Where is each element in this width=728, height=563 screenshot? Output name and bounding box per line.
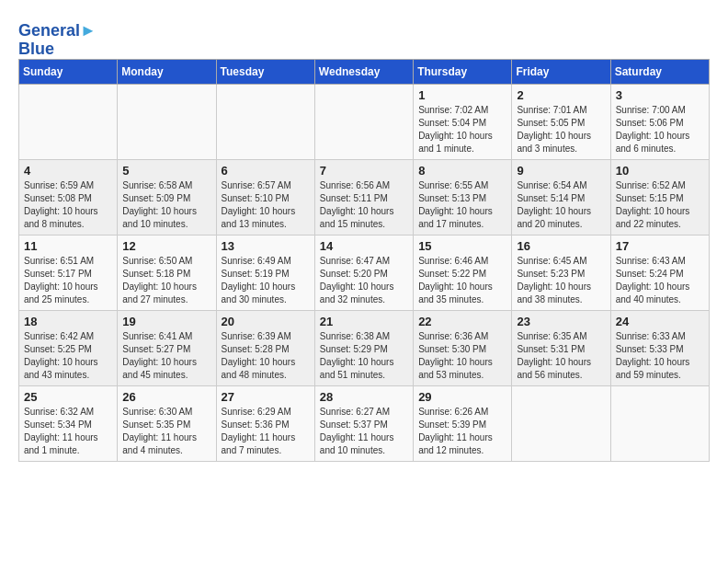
day-info: Sunrise: 7:01 AM Sunset: 5:05 PM Dayligh… xyxy=(517,104,605,155)
day-number: 13 xyxy=(222,239,310,253)
day-info: Sunrise: 6:30 AM Sunset: 5:35 PM Dayligh… xyxy=(122,406,210,457)
day-info: Sunrise: 6:55 AM Sunset: 5:13 PM Dayligh… xyxy=(418,179,506,231)
day-info: Sunrise: 6:33 AM Sunset: 5:33 PM Dayligh… xyxy=(616,330,704,382)
day-number: 26 xyxy=(122,390,210,404)
day-info: Sunrise: 6:36 AM Sunset: 5:30 PM Dayligh… xyxy=(418,330,506,382)
day-number: 18 xyxy=(24,315,112,328)
calendar-cell: 11Sunrise: 6:51 AM Sunset: 5:17 PM Dayli… xyxy=(19,235,118,310)
day-info: Sunrise: 6:51 AM Sunset: 5:17 PM Dayligh… xyxy=(24,255,112,306)
day-number: 19 xyxy=(122,315,210,328)
day-info: Sunrise: 7:00 AM Sunset: 5:06 PM Dayligh… xyxy=(616,104,704,155)
day-info: Sunrise: 6:46 AM Sunset: 5:22 PM Dayligh… xyxy=(418,255,506,306)
day-number: 23 xyxy=(517,315,605,328)
day-info: Sunrise: 6:59 AM Sunset: 5:08 PM Dayligh… xyxy=(24,179,112,231)
day-info: Sunrise: 6:42 AM Sunset: 5:25 PM Dayligh… xyxy=(24,330,112,382)
calendar-cell xyxy=(19,84,118,159)
calendar-cell: 28Sunrise: 6:27 AM Sunset: 5:37 PM Dayli… xyxy=(314,385,413,461)
calendar-cell: 8Sunrise: 6:55 AM Sunset: 5:13 PM Daylig… xyxy=(414,159,512,235)
calendar-week-2: 4Sunrise: 6:59 AM Sunset: 5:08 PM Daylig… xyxy=(19,159,710,235)
calendar-cell: 19Sunrise: 6:41 AM Sunset: 5:27 PM Dayli… xyxy=(118,310,216,385)
day-number: 15 xyxy=(418,239,506,253)
day-info: Sunrise: 6:52 AM Sunset: 5:15 PM Dayligh… xyxy=(616,179,704,231)
day-info: Sunrise: 6:32 AM Sunset: 5:34 PM Dayligh… xyxy=(24,406,112,457)
calendar-cell: 21Sunrise: 6:38 AM Sunset: 5:29 PM Dayli… xyxy=(314,310,413,385)
day-info: Sunrise: 6:26 AM Sunset: 5:39 PM Dayligh… xyxy=(418,406,506,457)
calendar-cell: 22Sunrise: 6:36 AM Sunset: 5:30 PM Dayli… xyxy=(414,310,512,385)
day-info: Sunrise: 7:02 AM Sunset: 5:04 PM Dayligh… xyxy=(418,104,506,155)
day-info: Sunrise: 6:57 AM Sunset: 5:10 PM Dayligh… xyxy=(222,179,310,231)
day-info: Sunrise: 6:54 AM Sunset: 5:14 PM Dayligh… xyxy=(517,179,605,231)
calendar-cell: 14Sunrise: 6:47 AM Sunset: 5:20 PM Dayli… xyxy=(314,235,413,310)
calendar-cell xyxy=(216,84,314,159)
weekday-header-saturday: Saturday xyxy=(610,59,709,84)
day-info: Sunrise: 6:43 AM Sunset: 5:24 PM Dayligh… xyxy=(616,255,704,306)
day-info: Sunrise: 6:29 AM Sunset: 5:36 PM Dayligh… xyxy=(222,406,310,457)
day-number: 28 xyxy=(320,390,408,404)
day-info: Sunrise: 6:47 AM Sunset: 5:20 PM Dayligh… xyxy=(320,255,408,306)
day-number: 17 xyxy=(616,239,704,253)
calendar-cell: 16Sunrise: 6:45 AM Sunset: 5:23 PM Dayli… xyxy=(512,235,610,310)
day-info: Sunrise: 6:56 AM Sunset: 5:11 PM Dayligh… xyxy=(320,179,408,231)
calendar-cell: 18Sunrise: 6:42 AM Sunset: 5:25 PM Dayli… xyxy=(19,310,118,385)
day-number: 21 xyxy=(320,315,408,328)
calendar-cell: 1Sunrise: 7:02 AM Sunset: 5:04 PM Daylig… xyxy=(414,84,512,159)
weekday-header-thursday: Thursday xyxy=(414,59,512,84)
weekday-header-sunday: Sunday xyxy=(19,59,118,84)
calendar-cell: 23Sunrise: 6:35 AM Sunset: 5:31 PM Dayli… xyxy=(512,310,610,385)
logo: General► Blue xyxy=(18,22,97,59)
day-number: 25 xyxy=(24,390,112,404)
day-number: 2 xyxy=(517,88,605,102)
day-info: Sunrise: 6:41 AM Sunset: 5:27 PM Dayligh… xyxy=(122,330,210,382)
calendar-cell: 12Sunrise: 6:50 AM Sunset: 5:18 PM Dayli… xyxy=(118,235,216,310)
calendar-cell xyxy=(118,84,216,159)
day-info: Sunrise: 6:49 AM Sunset: 5:19 PM Dayligh… xyxy=(222,255,310,306)
calendar-week-5: 25Sunrise: 6:32 AM Sunset: 5:34 PM Dayli… xyxy=(19,385,710,461)
day-info: Sunrise: 6:27 AM Sunset: 5:37 PM Dayligh… xyxy=(320,406,408,457)
calendar-cell: 6Sunrise: 6:57 AM Sunset: 5:10 PM Daylig… xyxy=(216,159,314,235)
calendar-week-3: 11Sunrise: 6:51 AM Sunset: 5:17 PM Dayli… xyxy=(19,235,710,310)
day-number: 22 xyxy=(418,315,506,328)
day-number: 6 xyxy=(222,164,310,178)
day-number: 7 xyxy=(320,164,408,178)
day-info: Sunrise: 6:58 AM Sunset: 5:09 PM Dayligh… xyxy=(122,179,210,231)
calendar-cell: 4Sunrise: 6:59 AM Sunset: 5:08 PM Daylig… xyxy=(19,159,118,235)
day-number: 9 xyxy=(517,164,605,178)
calendar-cell: 13Sunrise: 6:49 AM Sunset: 5:19 PM Dayli… xyxy=(216,235,314,310)
calendar-cell: 3Sunrise: 7:00 AM Sunset: 5:06 PM Daylig… xyxy=(610,84,709,159)
day-number: 3 xyxy=(616,88,704,102)
day-number: 16 xyxy=(517,239,605,253)
calendar-cell: 9Sunrise: 6:54 AM Sunset: 5:14 PM Daylig… xyxy=(512,159,610,235)
calendar-week-1: 1Sunrise: 7:02 AM Sunset: 5:04 PM Daylig… xyxy=(19,84,710,159)
calendar-cell: 7Sunrise: 6:56 AM Sunset: 5:11 PM Daylig… xyxy=(314,159,413,235)
calendar-cell: 2Sunrise: 7:01 AM Sunset: 5:05 PM Daylig… xyxy=(512,84,610,159)
calendar-cell: 25Sunrise: 6:32 AM Sunset: 5:34 PM Dayli… xyxy=(19,385,118,461)
weekday-header-tuesday: Tuesday xyxy=(216,59,314,84)
weekday-header-monday: Monday xyxy=(118,59,216,84)
day-number: 4 xyxy=(24,164,112,178)
day-number: 12 xyxy=(122,239,210,253)
calendar-cell xyxy=(512,385,610,461)
calendar-cell: 10Sunrise: 6:52 AM Sunset: 5:15 PM Dayli… xyxy=(610,159,709,235)
calendar-table: SundayMondayTuesdayWednesdayThursdayFrid… xyxy=(18,59,710,462)
day-number: 5 xyxy=(122,164,210,178)
calendar-cell: 27Sunrise: 6:29 AM Sunset: 5:36 PM Dayli… xyxy=(216,385,314,461)
day-number: 11 xyxy=(24,239,112,253)
calendar-cell: 20Sunrise: 6:39 AM Sunset: 5:28 PM Dayli… xyxy=(216,310,314,385)
day-number: 14 xyxy=(320,239,408,253)
calendar-cell: 5Sunrise: 6:58 AM Sunset: 5:09 PM Daylig… xyxy=(118,159,216,235)
day-number: 8 xyxy=(418,164,506,178)
calendar-cell: 26Sunrise: 6:30 AM Sunset: 5:35 PM Dayli… xyxy=(118,385,216,461)
day-info: Sunrise: 6:38 AM Sunset: 5:29 PM Dayligh… xyxy=(320,330,408,382)
calendar-cell: 15Sunrise: 6:46 AM Sunset: 5:22 PM Dayli… xyxy=(414,235,512,310)
day-info: Sunrise: 6:50 AM Sunset: 5:18 PM Dayligh… xyxy=(122,255,210,306)
weekday-header-wednesday: Wednesday xyxy=(314,59,413,84)
calendar-cell xyxy=(610,385,709,461)
day-info: Sunrise: 6:39 AM Sunset: 5:28 PM Dayligh… xyxy=(222,330,310,382)
day-number: 10 xyxy=(616,164,704,178)
calendar-cell: 29Sunrise: 6:26 AM Sunset: 5:39 PM Dayli… xyxy=(414,385,512,461)
day-info: Sunrise: 6:45 AM Sunset: 5:23 PM Dayligh… xyxy=(517,255,605,306)
calendar-cell: 17Sunrise: 6:43 AM Sunset: 5:24 PM Dayli… xyxy=(610,235,709,310)
day-number: 20 xyxy=(222,315,310,328)
logo-line2: Blue xyxy=(18,40,97,59)
calendar-cell xyxy=(314,84,413,159)
